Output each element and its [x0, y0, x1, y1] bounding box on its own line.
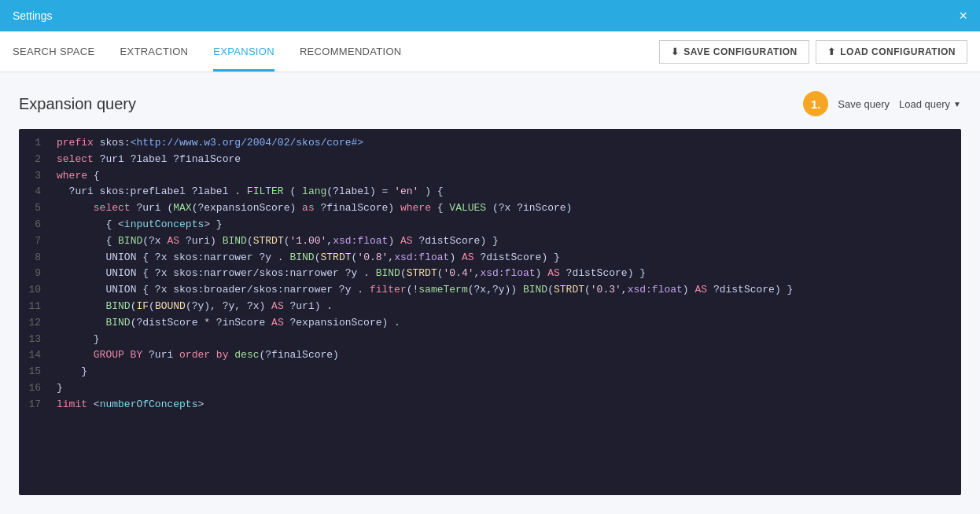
code-line: 4 ?uri skos:prefLabel ?label . FILTER ( …: [19, 184, 961, 200]
tab-bar: SEARCH SPACE EXTRACTION EXPANSION RECOMM…: [0, 31, 980, 72]
code-line: 15 }: [19, 364, 961, 380]
save-configuration-button[interactable]: ⬇ SAVE CONFIGURATION: [659, 40, 809, 64]
code-line: 5 select ?uri (MAX(?expansionScore) as ?…: [19, 200, 961, 217]
chevron-down-icon: ▼: [953, 100, 961, 108]
tab-recommendation[interactable]: RECOMMENDATION: [300, 31, 402, 72]
code-line: 17 limit <numberOfConcepts>: [19, 397, 961, 413]
load-label: LOAD CONFIGURATION: [840, 46, 956, 57]
code-line: 1 prefix skos:<http://www.w3.org/2004/02…: [19, 135, 961, 152]
save-query-label: Save query: [838, 98, 890, 110]
tabs-container: SEARCH SPACE EXTRACTION EXPANSION RECOMM…: [13, 31, 402, 72]
code-line: 8 UNION { ?x skos:narrower ?y . BIND(STR…: [19, 250, 961, 266]
code-line: 12 BIND(?distScore * ?inScore AS ?expans…: [19, 315, 961, 332]
code-line: 3 where {: [19, 168, 961, 185]
save-label: SAVE CONFIGURATION: [683, 46, 798, 57]
config-buttons: ⬇ SAVE CONFIGURATION ⬆ LOAD CONFIGURATIO…: [659, 40, 967, 64]
code-line: 13 }: [19, 332, 961, 348]
tab-extraction[interactable]: EXTRACTION: [120, 31, 189, 72]
settings-window: Settings × SEARCH SPACE EXTRACTION EXPAN…: [0, 0, 980, 514]
code-line: 7 { BIND(?x AS ?uri) BIND(STRDT('1.00',x…: [19, 233, 961, 250]
close-button[interactable]: ×: [959, 9, 967, 23]
code-line: 16 }: [19, 380, 961, 397]
code-line: 11 BIND(IF(BOUND(?y), ?y, ?x) AS ?uri) .: [19, 299, 961, 315]
tab-search-space[interactable]: SEARCH SPACE: [13, 31, 95, 72]
load-icon: ⬆: [827, 46, 836, 57]
code-line: 9 UNION { ?x skos:narrower/skos:narrower…: [19, 266, 961, 282]
section-title: Expansion query: [19, 95, 136, 113]
section-header: Expansion query 1. Save query Load query…: [19, 91, 961, 116]
code-line: 6 { <inputConcepts> }: [19, 217, 961, 233]
title-bar: Settings ×: [0, 0, 980, 31]
save-icon: ⬇: [671, 46, 680, 57]
section-actions: 1. Save query Load query ▼: [803, 91, 961, 116]
tab-expansion[interactable]: EXPANSION: [213, 31, 274, 72]
load-configuration-button[interactable]: ⬆ LOAD CONFIGURATION: [816, 40, 967, 64]
code-editor[interactable]: 1 prefix skos:<http://www.w3.org/2004/02…: [19, 129, 961, 495]
window-title: Settings: [13, 9, 53, 22]
load-query-button[interactable]: Load query ▼: [899, 98, 961, 110]
code-line: 14 GROUP BY ?uri order by desc(?finalSco…: [19, 347, 961, 364]
code-line: 2 select ?uri ?label ?finalScore: [19, 152, 961, 168]
code-line: 10 UNION { ?x skos:broader/skos:narrower…: [19, 282, 961, 299]
step-badge: 1.: [803, 91, 828, 116]
main-content: Expansion query 1. Save query Load query…: [0, 72, 980, 495]
window-bottom: [0, 495, 980, 514]
load-query-label: Load query: [899, 98, 950, 110]
save-query-button[interactable]: Save query: [838, 98, 890, 110]
